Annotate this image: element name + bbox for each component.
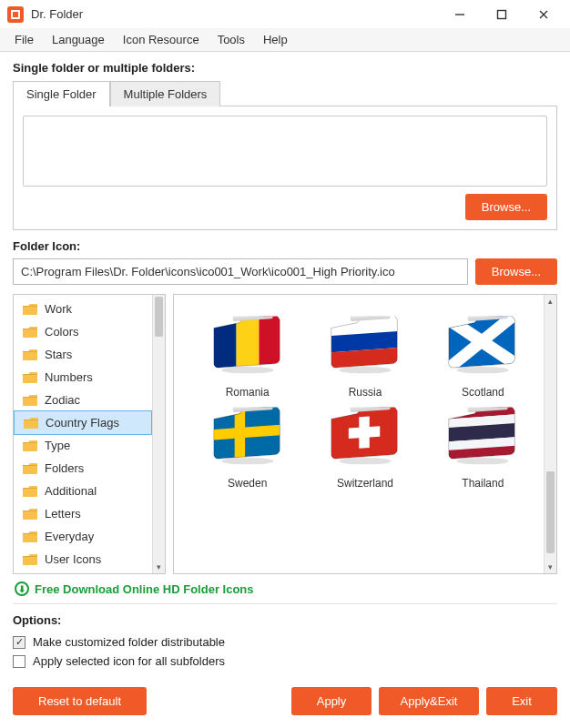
menu-language[interactable]: Language xyxy=(43,29,114,50)
flag-folder-icon xyxy=(326,406,404,466)
scroll-up-icon[interactable]: ▴ xyxy=(545,295,556,308)
menu-tools[interactable]: Tools xyxy=(209,29,254,50)
flag-folder-icon xyxy=(326,315,404,375)
tab-single-folder[interactable]: Single Folder xyxy=(13,81,110,106)
app-icon xyxy=(7,6,24,23)
scroll-down-icon[interactable]: ▾ xyxy=(153,561,165,573)
icon-item-thailand[interactable]: Thailand xyxy=(428,406,538,490)
icon-label: Scotland xyxy=(462,386,504,399)
folder-icon xyxy=(23,440,37,451)
scrollbar-thumb[interactable] xyxy=(155,297,163,337)
category-label: Numbers xyxy=(45,370,93,384)
folder-icon xyxy=(23,326,37,338)
folder-mode-tabs: Single Folder Multiple Folders xyxy=(13,80,557,106)
checkbox-subfolders-label: Apply selected icon for all subfolders xyxy=(33,654,225,668)
folder-icon xyxy=(23,553,37,565)
icon-label: Russia xyxy=(349,386,382,399)
folder-icon xyxy=(23,303,37,315)
category-label: Work xyxy=(45,302,72,316)
category-label: Additional xyxy=(45,484,97,498)
icon-item-sweden[interactable]: Sweden xyxy=(192,406,302,490)
download-icons-link[interactable]: ⬇ Free Download Online HD Folder Icons xyxy=(13,574,557,600)
folder-icon xyxy=(23,349,37,360)
menu-bar: File Language Icon Resource Tools Help xyxy=(0,28,570,52)
footer: Reset to default Apply Apply&Exit Exit xyxy=(0,678,570,728)
category-item-work[interactable]: Work xyxy=(14,298,152,320)
category-label: Type xyxy=(45,439,70,452)
exit-button[interactable]: Exit xyxy=(486,687,557,715)
icon-label: Thailand xyxy=(462,477,504,490)
svg-rect-33 xyxy=(498,10,506,18)
title-bar: Dr. Folder xyxy=(0,0,570,28)
icon-item-russia[interactable]: Russia xyxy=(310,315,420,399)
category-label: Stars xyxy=(45,348,72,361)
folder-icon xyxy=(23,485,37,497)
close-button[interactable] xyxy=(523,2,565,27)
folder-icon xyxy=(24,417,38,429)
browse-folder-button[interactable]: Browse... xyxy=(465,194,547,220)
flag-folder-icon xyxy=(209,406,287,466)
separator xyxy=(13,603,557,604)
category-label: Letters xyxy=(45,507,81,521)
apply-button[interactable]: Apply xyxy=(291,687,372,715)
category-item-type[interactable]: Type xyxy=(14,434,152,457)
menu-icon-resource[interactable]: Icon Resource xyxy=(114,29,209,50)
category-label: Zodiac xyxy=(45,393,80,407)
category-item-folders[interactable]: Folders xyxy=(14,457,152,480)
category-item-country-flags[interactable]: Country Flags xyxy=(14,410,152,435)
icon-label: Switzerland xyxy=(337,477,393,490)
download-link-text: Free Download Online HD Folder Icons xyxy=(35,582,254,596)
minimize-button[interactable] xyxy=(439,2,481,27)
browse-icon-button[interactable]: Browse... xyxy=(475,258,557,285)
icon-item-romania[interactable]: Romania xyxy=(192,315,302,399)
icon-item-switzerland[interactable]: Switzerland xyxy=(310,406,420,490)
folder-icon xyxy=(23,394,37,406)
icon-item-scotland[interactable]: Scotland xyxy=(428,315,538,399)
flag-folder-icon xyxy=(443,315,522,375)
category-label: Colors xyxy=(45,325,79,339)
category-item-colors[interactable]: Colors xyxy=(14,320,152,343)
reset-button[interactable]: Reset to default xyxy=(13,687,147,715)
single-folder-panel: Browse... xyxy=(13,106,557,230)
category-item-user-icons[interactable]: User Icons xyxy=(14,548,152,571)
category-item-zodiac[interactable]: Zodiac xyxy=(14,389,152,411)
icon-panel: RomaniaRussiaScotlandSwedenSwitzerlandTh… xyxy=(173,294,557,574)
flag-folder-icon xyxy=(209,315,287,375)
category-label: Folders xyxy=(45,461,84,475)
tab-multiple-folders[interactable]: Multiple Folders xyxy=(110,81,221,106)
category-scrollbar[interactable]: ▴ ▾ xyxy=(152,295,165,573)
menu-file[interactable]: File xyxy=(5,29,43,50)
apply-exit-button[interactable]: Apply&Exit xyxy=(379,687,479,715)
section-folders-label: Single folder or multiple folders: xyxy=(13,61,557,75)
category-panel: WorkColorsStarsNumbersZodiacCountry Flag… xyxy=(13,294,166,574)
flag-folder-icon xyxy=(443,406,522,466)
icon-label: Sweden xyxy=(228,477,267,490)
category-item-letters[interactable]: Letters xyxy=(14,502,152,525)
scrollbar-thumb[interactable] xyxy=(546,471,555,553)
section-icon-label: Folder Icon: xyxy=(13,239,557,253)
folder-icon xyxy=(23,531,37,542)
svg-rect-31 xyxy=(13,12,18,17)
window-title: Dr. Folder xyxy=(31,7,439,21)
icon-scrollbar[interactable]: ▴ ▾ xyxy=(544,295,556,573)
checkbox-distributable-label: Make customized folder distributable xyxy=(33,635,225,649)
category-item-additional[interactable]: Additional xyxy=(14,480,152,502)
category-label: Everyday xyxy=(45,530,94,543)
menu-help[interactable]: Help xyxy=(254,29,297,50)
category-item-stars[interactable]: Stars xyxy=(14,343,152,366)
checkbox-distributable[interactable]: ✓ xyxy=(13,636,25,649)
download-icon: ⬇ xyxy=(15,581,29,596)
category-label: Country Flags xyxy=(46,416,119,430)
category-item-numbers[interactable]: Numbers xyxy=(14,366,152,389)
maximize-button[interactable] xyxy=(481,2,523,27)
checkbox-subfolders[interactable] xyxy=(13,655,25,668)
icon-path-input[interactable] xyxy=(13,258,468,285)
icon-label: Romania xyxy=(226,386,270,399)
category-label: User Icons xyxy=(45,552,101,566)
category-item-everyday[interactable]: Everyday xyxy=(14,525,152,548)
folder-icon xyxy=(23,371,37,383)
scroll-down-icon[interactable]: ▾ xyxy=(545,561,556,573)
folder-icon xyxy=(23,462,37,474)
folder-drop-area[interactable] xyxy=(23,116,547,187)
options-label: Options: xyxy=(13,613,557,627)
